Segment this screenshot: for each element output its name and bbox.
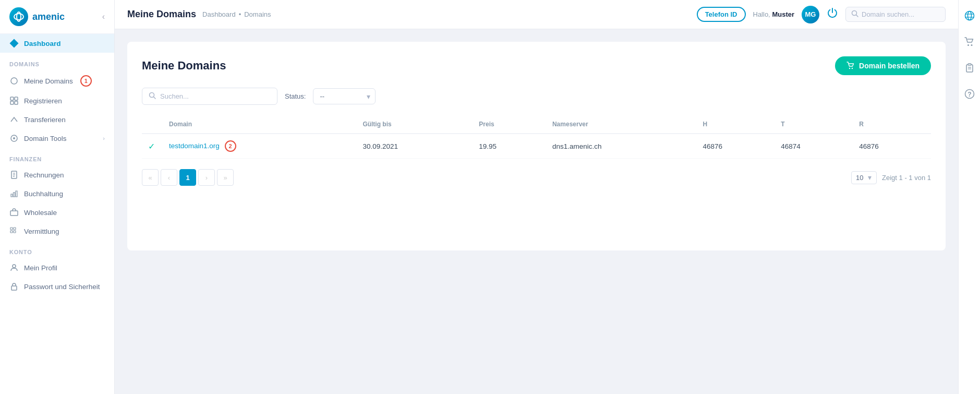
- sidebar-item-wholesale[interactable]: Wholesale: [0, 203, 114, 222]
- sidebar: amenic ‹ Dashboard DOMAINS Meine Domains…: [0, 0, 115, 394]
- domain-search-input[interactable]: [862, 10, 940, 18]
- row-t: 46874: [775, 134, 853, 159]
- svg-rect-5: [10, 101, 14, 104]
- domain-search-box: [845, 7, 946, 22]
- sidebar-item-transferieren[interactable]: Transferieren: [0, 110, 114, 129]
- dashboard-icon: [9, 39, 19, 48]
- sidebar-item-label: Vermittlung: [24, 228, 59, 235]
- pagination-prev[interactable]: ‹: [161, 169, 177, 186]
- power-button[interactable]: [827, 7, 838, 21]
- sidebar-item-domain-tools[interactable]: Domain Tools ›: [0, 129, 114, 148]
- wholesale-icon: [9, 208, 19, 217]
- pagination-page-1[interactable]: 1: [179, 169, 196, 186]
- buchhaltung-icon: [9, 189, 19, 198]
- sidebar-item-label: Registrieren: [24, 97, 62, 105]
- sidebar-item-label: Mein Profil: [24, 264, 57, 272]
- breadcrumb-separator: •: [239, 10, 241, 18]
- breadcrumb-dashboard[interactable]: Dashboard: [202, 10, 236, 18]
- per-page-select[interactable]: 10 25 50: [851, 171, 877, 184]
- pagination-last[interactable]: »: [217, 169, 234, 186]
- pagination-right: 10 25 50 Zeigt 1 - 1 von 1: [851, 171, 931, 184]
- right-icon-help[interactable]: ?: [961, 86, 978, 102]
- content-area: Meine Domains Domain bestellen Status:: [115, 29, 958, 394]
- domain-link[interactable]: testdomain1.org: [169, 142, 220, 150]
- svg-line-24: [856, 15, 858, 17]
- domain-tools-chevron: ›: [103, 135, 105, 141]
- domain-table: Domain Gültig bis Preis Nameserver H T R…: [142, 115, 931, 159]
- sidebar-item-vermittlung[interactable]: Vermittlung: [0, 222, 114, 241]
- finanzen-section-label: FINANZEN: [0, 148, 114, 165]
- sidebar-item-rechnungen[interactable]: Rechnungen: [0, 165, 114, 184]
- avatar[interactable]: MG: [802, 6, 819, 23]
- svg-rect-36: [968, 64, 971, 65]
- pagination-next[interactable]: ›: [198, 169, 215, 186]
- breadcrumb-domains[interactable]: Domains: [244, 10, 271, 18]
- col-domain: Domain: [163, 115, 356, 134]
- svg-rect-4: [15, 97, 18, 100]
- filter-search-icon: [149, 92, 156, 101]
- row-nameserver: dns1.amenic.ch: [546, 134, 697, 159]
- status-select[interactable]: -- Aktiv Inaktiv Abgelaufen: [313, 88, 376, 104]
- svg-point-34: [971, 44, 972, 46]
- sidebar-item-meine-domains[interactable]: Meine Domains 1: [0, 70, 114, 91]
- sidebar-item-mein-profil[interactable]: Mein Profil: [0, 258, 114, 277]
- domains-section-label: DOMAINS: [0, 53, 114, 70]
- topbar: Meine Domains Dashboard • Domains Telefo…: [115, 0, 958, 29]
- svg-point-33: [967, 44, 969, 46]
- status-select-wrapper: -- Aktiv Inaktiv Abgelaufen: [313, 88, 376, 104]
- domain-badge: 2: [225, 140, 236, 152]
- meine-domains-icon: [9, 76, 19, 86]
- sidebar-logo: amenic ‹: [0, 0, 114, 34]
- telefon-id-button[interactable]: Telefon ID: [697, 7, 746, 22]
- search-icon: [851, 10, 858, 19]
- breadcrumb: Dashboard • Domains: [202, 10, 271, 18]
- sidebar-item-buchhaltung[interactable]: Buchhaltung: [0, 184, 114, 203]
- table-row: ✓ testdomain1.org 2 30.09.2021 19.95 dns…: [142, 134, 931, 159]
- col-status: [142, 115, 163, 134]
- sidebar-item-label: Meine Domains: [24, 77, 73, 85]
- svg-rect-6: [15, 101, 18, 104]
- passwort-icon: [9, 282, 19, 291]
- logo-text: amenic: [32, 11, 65, 22]
- svg-point-8: [13, 137, 15, 139]
- content-header: Meine Domains Domain bestellen: [142, 56, 931, 75]
- pagination: « ‹ 1 › » 10 25 50 Zeigt 1 - 1 von 1: [142, 169, 931, 186]
- sidebar-collapse-button[interactable]: ‹: [102, 12, 105, 21]
- col-r: R: [853, 115, 931, 134]
- domain-tools-icon: [9, 134, 19, 143]
- row-domain: testdomain1.org 2: [163, 134, 356, 159]
- pagination-first[interactable]: «: [142, 169, 159, 186]
- svg-rect-20: [14, 231, 16, 233]
- right-icon-clipboard[interactable]: [961, 59, 978, 76]
- svg-point-25: [849, 68, 850, 69]
- svg-rect-35: [966, 65, 973, 72]
- col-preis: Preis: [473, 115, 546, 134]
- meine-domains-badge: 1: [80, 75, 92, 87]
- svg-rect-3: [10, 97, 14, 100]
- table-header-row: Domain Gültig bis Preis Nameserver H T R: [142, 115, 931, 134]
- sidebar-item-label: Dashboard: [24, 40, 61, 47]
- right-icon-globe[interactable]: [961, 7, 978, 24]
- sidebar-item-label: Domain Tools: [24, 135, 67, 142]
- col-gueltig-bis: Gültig bis: [356, 115, 473, 134]
- col-t: T: [775, 115, 853, 134]
- konto-section-label: KONTO: [0, 241, 114, 258]
- vermittlung-icon: [9, 226, 19, 236]
- sidebar-item-label: Rechnungen: [24, 171, 64, 179]
- sidebar-item-passwort-sicherheit[interactable]: Passwort und Sicherheit: [0, 277, 114, 296]
- sidebar-item-registrieren[interactable]: Registrieren: [0, 91, 114, 110]
- svg-point-21: [13, 265, 16, 268]
- svg-rect-22: [11, 286, 17, 290]
- rechnungen-icon: [9, 170, 19, 180]
- row-gueltig-bis: 30.09.2021: [356, 134, 473, 159]
- sidebar-item-label: Passwort und Sicherheit: [24, 283, 100, 291]
- right-sidebar: ?: [958, 0, 980, 394]
- row-h: 46876: [697, 134, 775, 159]
- right-icon-cart[interactable]: [961, 33, 978, 50]
- sidebar-item-label: Wholesale: [24, 209, 57, 217]
- domain-order-button[interactable]: Domain bestellen: [835, 56, 931, 75]
- filter-search-input[interactable]: [160, 92, 271, 100]
- svg-rect-17: [10, 228, 13, 230]
- per-page-select-wrapper: 10 25 50: [851, 171, 877, 184]
- sidebar-item-dashboard[interactable]: Dashboard: [0, 34, 114, 53]
